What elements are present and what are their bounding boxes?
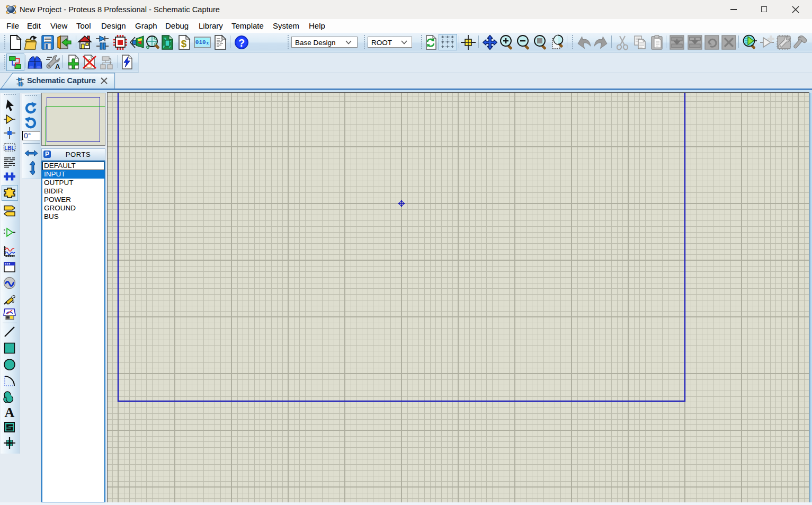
svg-text:010ₓ: 010ₓ bbox=[195, 39, 209, 46]
svg-text:A: A bbox=[5, 406, 15, 419]
svg-text:LBL: LBL bbox=[4, 145, 14, 151]
svg-text:A: A bbox=[55, 63, 60, 70]
svg-text:$: $ bbox=[181, 38, 187, 49]
svg-text:?: ? bbox=[238, 37, 245, 49]
